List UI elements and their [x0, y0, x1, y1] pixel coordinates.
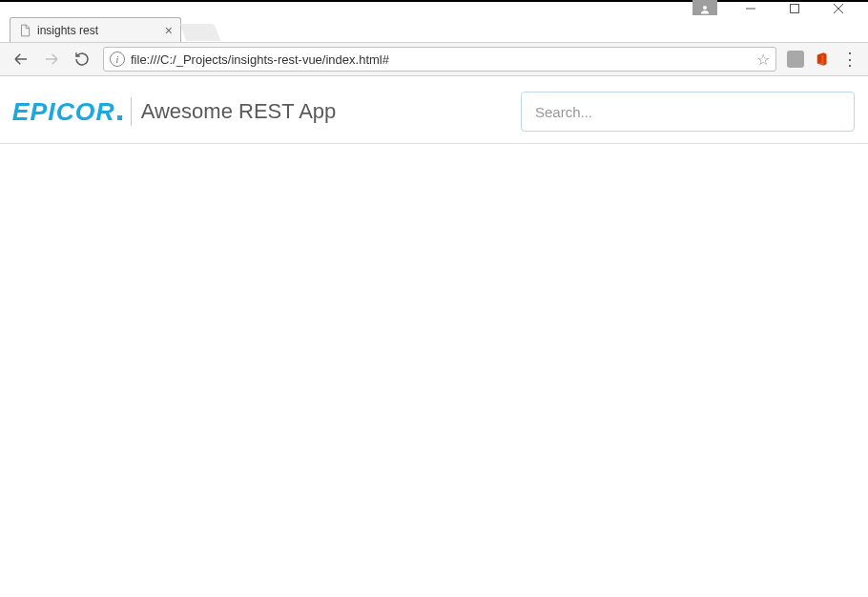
office-icon	[814, 51, 831, 68]
arrow-right-icon	[43, 51, 60, 68]
tab-title: insights rest	[37, 24, 157, 37]
browser-toolbar: i file:///C:/_Projects/insights-rest-vue…	[0, 42, 868, 76]
main-content-area	[0, 144, 868, 592]
window-titlebar	[0, 2, 868, 15]
svg-rect-2	[791, 5, 799, 13]
user-icon	[699, 4, 711, 15]
app-title: Awesome REST App	[141, 99, 521, 124]
arrow-left-icon	[12, 51, 30, 68]
maximize-icon	[790, 4, 799, 13]
tab-close-button[interactable]: ×	[165, 24, 173, 37]
browser-tab-strip: insights rest ×	[0, 15, 868, 42]
page-content: EPICOR Awesome REST App	[0, 76, 868, 592]
ghostery-icon	[787, 51, 804, 68]
close-icon	[834, 4, 843, 13]
nav-back-button[interactable]	[8, 46, 34, 72]
address-bar[interactable]: i file:///C:/_Projects/insights-rest-vue…	[103, 47, 776, 72]
new-tab-button[interactable]	[180, 24, 221, 41]
browser-tab-active[interactable]: insights rest ×	[10, 17, 181, 42]
bookmark-button[interactable]: ☆	[756, 51, 770, 69]
vertical-dots-icon: ⋮	[841, 49, 858, 70]
header-divider	[131, 97, 132, 126]
extension-ghostery[interactable]	[784, 48, 807, 71]
search-input[interactable]	[521, 92, 855, 132]
site-info-icon[interactable]: i	[110, 51, 125, 67]
minimize-icon	[746, 4, 755, 13]
epicor-logo: EPICOR	[12, 99, 122, 124]
app-header: EPICOR Awesome REST App	[0, 76, 868, 144]
file-icon	[18, 24, 31, 37]
reload-icon	[73, 51, 91, 68]
extension-office[interactable]	[811, 48, 834, 71]
nav-reload-button[interactable]	[69, 46, 95, 72]
nav-forward-button[interactable]	[38, 46, 65, 72]
url-text: file:///C:/_Projects/insights-rest-vue/i…	[131, 52, 756, 67]
browser-menu-button[interactable]: ⋮	[837, 48, 860, 71]
svg-point-0	[703, 6, 707, 10]
